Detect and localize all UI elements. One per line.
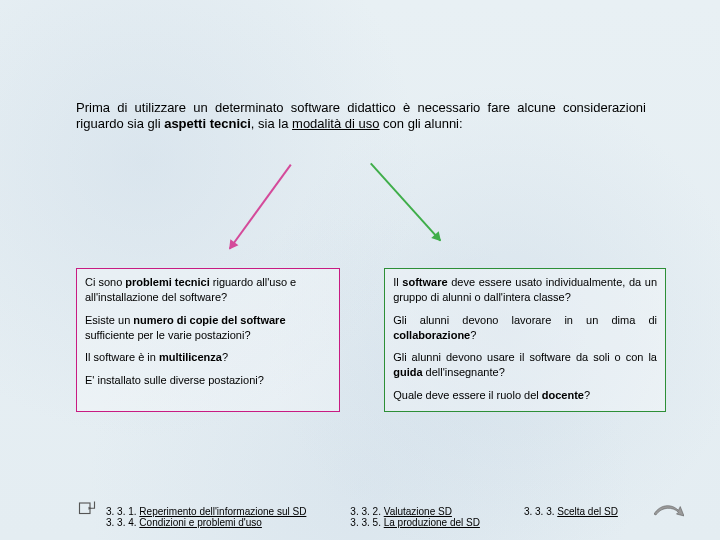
usage-box: Il software deve essere usato individual… — [384, 268, 666, 412]
svg-rect-0 — [80, 503, 91, 514]
intro-text: , sia la — [251, 116, 292, 131]
arrow-left — [229, 164, 292, 249]
tech-q3: Il software è in multilicenza? — [85, 350, 331, 365]
use-q3: Gli alunni devono usare il software da s… — [393, 350, 657, 380]
use-q1: Il software deve essere usato individual… — [393, 275, 657, 305]
technical-box: Ci sono problemi tecnici riguardo all'us… — [76, 268, 340, 412]
intro-bold-aspetti: aspetti tecnici — [164, 116, 251, 131]
footer-links: 3. 3. 1. Reperimento dell'informazione s… — [106, 506, 690, 528]
intro-text: con gli alunni: — [380, 116, 463, 131]
use-q4: Quale deve essere il ruolo del docente? — [393, 388, 657, 403]
link-reperimento[interactable]: Reperimento dell'informazione sul SD — [139, 506, 306, 517]
intro-underline-modalita: modalità di uso — [292, 116, 379, 131]
content-columns: Ci sono problemi tecnici riguardo all'us… — [76, 268, 666, 412]
tech-q1: Ci sono problemi tecnici riguardo all'us… — [85, 275, 331, 305]
page-title-text: 3. 3. 4. Condizioni e problemi di uso — [224, 11, 496, 28]
link-condizioni[interactable]: Condizioni e problemi d'uso — [139, 517, 262, 528]
links-col1: 3. 3. 1. Reperimento dell'informazione s… — [106, 506, 306, 528]
links-col3: 3. 3. 3. Scelta del SD — [524, 506, 618, 528]
tech-q2: Esiste un numero di copie del software s… — [85, 313, 331, 343]
page-title: 3. 3. 4. Condizioni e problemi di uso — [6, 6, 714, 36]
use-q2: Gli alunni devono lavorare in un dima di… — [393, 313, 657, 343]
link-valutazione[interactable]: Valutazione SD — [384, 506, 452, 517]
links-col2: 3. 3. 2. Valutazione SD 3. 3. 5. La prod… — [350, 506, 480, 528]
link-scelta[interactable]: Scelta del SD — [557, 506, 618, 517]
intro-paragraph: Prima di utilizzare un determinato softw… — [76, 100, 646, 133]
link-produzione[interactable]: La produzione del SD — [384, 517, 480, 528]
tech-q4: E' installato sulle diverse postazioni? — [85, 373, 331, 388]
return-icon[interactable] — [78, 500, 96, 518]
back-arrow-icon[interactable] — [654, 502, 684, 528]
arrow-right — [370, 163, 441, 242]
